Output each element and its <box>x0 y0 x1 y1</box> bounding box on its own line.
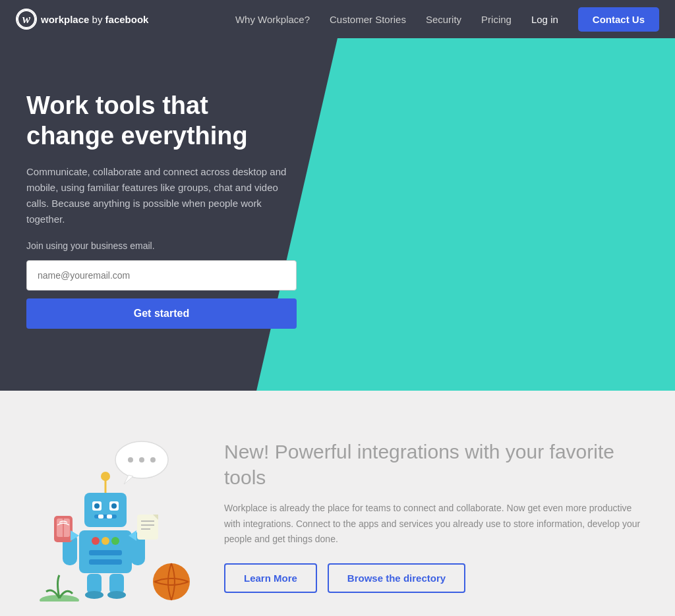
svg-point-40 <box>153 563 190 600</box>
svg-point-38 <box>107 591 126 599</box>
svg-rect-9 <box>84 493 127 527</box>
nav-item-customer-stories[interactable]: Customer Stories <box>330 14 406 25</box>
contact-us-button[interactable]: Contact Us <box>578 7 659 32</box>
svg-point-37 <box>85 591 103 599</box>
hero-section: Work tools that change everything Commun… <box>0 38 675 391</box>
section2-description: Workplace is already the place for teams… <box>224 501 649 547</box>
nav-item-why-workplace[interactable]: Why Workplace? <box>235 14 310 25</box>
svg-point-18 <box>92 537 100 545</box>
hero-description: Communicate, collaborate and connect acr… <box>26 164 297 227</box>
svg-marker-3 <box>124 475 133 484</box>
integrations-section: New! Powerful integrations with your fav… <box>0 391 675 616</box>
svg-rect-15 <box>98 515 103 518</box>
svg-rect-21 <box>89 550 122 555</box>
learn-more-button[interactable]: Learn More <box>224 563 317 593</box>
svg-rect-16 <box>107 515 112 518</box>
nav-item-security[interactable]: Security <box>426 14 461 25</box>
svg-text:w: w <box>22 13 31 26</box>
svg-rect-35 <box>87 574 102 594</box>
svg-point-6 <box>150 457 156 462</box>
nav-links: Why Workplace? Customer Stories Security… <box>235 7 659 32</box>
section2-buttons: Learn More Browse the directory <box>224 563 649 593</box>
section2-content: New! Powerful integrations with your fav… <box>224 439 649 593</box>
logo-text: workplace by facebook <box>41 14 148 25</box>
svg-point-19 <box>102 537 109 545</box>
login-link[interactable]: Log in <box>531 14 558 25</box>
svg-point-12 <box>94 503 100 509</box>
svg-rect-28 <box>137 515 158 540</box>
svg-point-4 <box>128 457 133 462</box>
logo[interactable]: w workplace by facebook <box>16 9 148 30</box>
svg-rect-14 <box>94 515 117 518</box>
svg-point-20 <box>111 537 119 545</box>
browse-directory-button[interactable]: Browse the directory <box>328 563 465 593</box>
svg-rect-36 <box>109 574 124 594</box>
svg-point-13 <box>111 503 117 509</box>
get-started-button[interactable]: Get started <box>26 298 297 329</box>
svg-rect-22 <box>89 559 122 565</box>
svg-point-8 <box>101 472 110 481</box>
hero-content: Work tools that change everything Commun… <box>0 38 323 381</box>
robot-illustration <box>26 430 198 602</box>
email-input[interactable] <box>26 260 297 291</box>
logo-icon: w <box>16 9 37 30</box>
section2-title: New! Powerful integrations with your fav… <box>224 439 649 490</box>
svg-point-5 <box>139 457 144 462</box>
navbar: w workplace by facebook Why Workplace? C… <box>0 0 675 38</box>
hero-join-text: Join using your business email. <box>26 240 297 251</box>
hero-title: Work tools that change everything <box>26 91 297 151</box>
nav-item-pricing[interactable]: Pricing <box>481 14 512 25</box>
